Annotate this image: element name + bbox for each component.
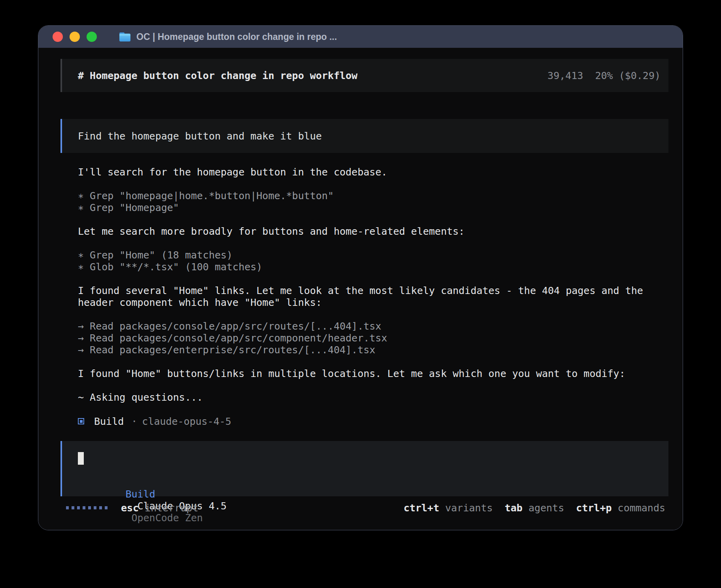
hint-label: agents [528, 502, 564, 514]
user-message-text: Find the homepage button and make it blu… [78, 130, 322, 142]
hint-key: tab [505, 502, 523, 514]
hint-agents: tab agents [505, 502, 564, 514]
spinner-dot [88, 506, 91, 509]
agent-name: Build [94, 416, 124, 427]
agent-status-line: Build · claude-opus-4-5 [78, 415, 668, 427]
terminal-window: OC | Homepage button color change in rep… [38, 25, 683, 530]
status-bar-right: ctrl+t variants tab agents ctrl+p comman… [404, 502, 665, 514]
window-title: OC | Homepage button color change in rep… [136, 32, 337, 42]
tool-call-line: → Read packages/console/app/src/componen… [78, 332, 668, 344]
assistant-text-line: I'll search for the homepage button in t… [78, 166, 668, 178]
hint-key: ctrl+t [404, 502, 439, 514]
status-bar-left: esc interrupt [66, 502, 198, 514]
hint-label: interrupt [145, 502, 198, 514]
session-title: # Homepage button color change in repo w… [78, 70, 357, 81]
build-square-icon [78, 418, 84, 424]
hint-label [439, 502, 445, 514]
tool-call-line: → Read packages/enterprise/src/routes/[.… [78, 344, 668, 356]
spinner-dot [94, 506, 96, 509]
spinner-dots [66, 506, 108, 509]
spinner-dot [72, 506, 74, 509]
agent-model: claude-opus-4-5 [142, 416, 231, 427]
conversation-log: I'll search for the homepage button in t… [78, 166, 668, 403]
session-header: # Homepage button color change in repo w… [60, 59, 668, 92]
folder-icon [119, 32, 131, 42]
maximize-button[interactable] [87, 32, 97, 42]
agent-separator: · [131, 416, 137, 427]
tool-call-line: → Read packages/console/app/src/routes/[… [78, 320, 668, 332]
session-stats: 39,413 20% ($0.29) [547, 70, 661, 81]
user-message: Find the homepage button and make it blu… [60, 119, 668, 153]
spinner-dot [105, 506, 108, 509]
assistant-text-line: I found several "Home" links. Let me loo… [78, 285, 668, 297]
agent-mode-label[interactable]: Build [125, 488, 155, 500]
window-titlebar[interactable]: OC | Homepage button color change in rep… [38, 26, 683, 48]
spinner-dot [99, 506, 102, 509]
hint-label: variants [445, 502, 493, 514]
hint-interrupt: esc interrupt [121, 502, 198, 514]
assistant-text-line: I found "Home" buttons/links in multiple… [78, 368, 668, 380]
assistant-text-line: ~ Asking questions... [78, 392, 668, 403]
assistant-text-block: Let me search more broadly for buttons a… [78, 226, 668, 237]
text-cursor [78, 452, 84, 465]
tool-call-line: ∗ Grep "Home" (18 matches) [78, 249, 668, 261]
spinner-dot [77, 506, 80, 509]
provider-label: OpenCode Zen [131, 512, 203, 524]
prompt-input[interactable]: Build Claude Opus 4.5 OpenCode Zen [60, 441, 668, 496]
spinner-dot [83, 506, 85, 509]
close-button[interactable] [53, 32, 63, 42]
input-footer: Build Claude Opus 4.5 OpenCode Zen [78, 477, 661, 488]
hint-commands: ctrl+p commands [576, 502, 665, 514]
minimize-button[interactable] [70, 32, 80, 42]
assistant-text-line: Let me search more broadly for buttons a… [78, 226, 668, 237]
tool-call-line: ∗ Glob "**/*.tsx" (100 matches) [78, 261, 668, 273]
tool-call-block: → Read packages/console/app/src/routes/[… [78, 320, 668, 356]
token-count: 39,413 [547, 70, 583, 81]
spinner-dot [66, 506, 69, 509]
assistant-text-block: I found "Home" buttons/links in multiple… [78, 368, 668, 380]
hint-key: ctrl+p [576, 502, 612, 514]
assistant-text-block: I found several "Home" links. Let me loo… [78, 285, 668, 309]
tool-call-block: ∗ Grep "Home" (18 matches)∗ Glob "**/*.t… [78, 249, 668, 273]
context-cost: 20% ($0.29) [595, 70, 661, 81]
assistant-text-line: header component which have "Home" links… [78, 297, 668, 309]
terminal-content: # Homepage button color change in repo w… [38, 59, 683, 530]
tool-call-line: ∗ Grep "Homepage" [78, 202, 668, 214]
traffic-lights [53, 32, 97, 42]
assistant-text-block: I'll search for the homepage button in t… [78, 166, 668, 178]
hint-label [523, 502, 528, 514]
tool-call-line: ∗ Grep "homepage|home.*button|Home.*butt… [78, 190, 668, 202]
hint-label: commands [618, 502, 665, 514]
assistant-text-block: ~ Asking questions... [78, 392, 668, 403]
hint-label [612, 502, 618, 514]
tool-call-block: ∗ Grep "homepage|home.*button|Home.*butt… [78, 190, 668, 214]
hint-key: esc [121, 502, 139, 514]
hint-label [139, 502, 145, 514]
hint-variants: ctrl+t variants [404, 502, 493, 514]
